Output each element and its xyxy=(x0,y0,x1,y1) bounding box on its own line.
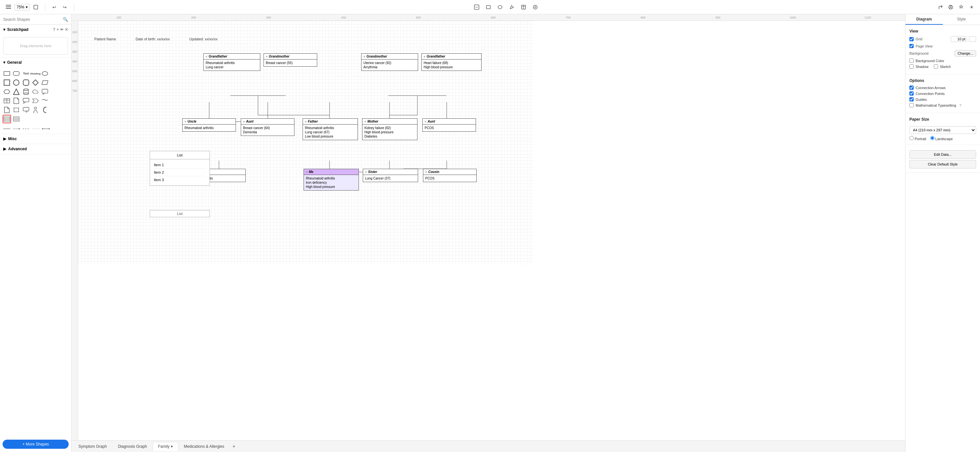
list-preview[interactable]: List Item 1 Item 2 Item 3 xyxy=(150,151,210,186)
connection-points-checkbox[interactable] xyxy=(909,91,914,95)
settings-button[interactable] xyxy=(956,3,966,12)
scratchpad-close-icon[interactable]: ✕ xyxy=(65,27,68,32)
scratchpad-header[interactable]: ▾ Scratchpad ? + ✏ ✕ xyxy=(0,25,71,35)
landscape-option[interactable]: Landscape xyxy=(930,136,953,141)
advanced-header[interactable]: ▶ Advanced xyxy=(0,144,71,154)
clear-default-button[interactable]: Clear Default Style xyxy=(909,160,976,168)
shape-ellipse[interactable] xyxy=(41,69,49,78)
tab-symptom-graph[interactable]: Symptom Graph xyxy=(73,442,112,451)
node-aunt2[interactable]: ≡ Aunt PCOS xyxy=(422,118,476,132)
undo-button[interactable]: ↩ xyxy=(50,3,59,12)
portrait-option[interactable]: Portrait xyxy=(909,136,926,141)
scratchpad-edit-icon[interactable]: ✏ xyxy=(60,27,64,32)
node-sister[interactable]: ≡ Sister Lung Cancer (37) xyxy=(363,169,418,182)
shape-parallelogram[interactable] xyxy=(41,78,49,87)
shape-hexagon[interactable] xyxy=(3,87,11,96)
node-mother[interactable]: ≡ Mother Kidney failure (82) High blood … xyxy=(362,118,417,140)
tab-family[interactable]: Family ▾ xyxy=(153,442,178,451)
background-color-checkbox[interactable] xyxy=(909,59,914,63)
avatar-button[interactable] xyxy=(946,3,955,12)
node-grandfather2[interactable]: ≡ Grandfather Heart failure (68) High bl… xyxy=(422,53,482,71)
tab-add-button[interactable]: + xyxy=(230,442,238,451)
shape-text[interactable]: Text xyxy=(22,69,30,78)
shape-circle[interactable] xyxy=(12,78,21,87)
line-dots[interactable] xyxy=(32,127,40,131)
grid-value-input[interactable] xyxy=(951,36,967,42)
shape-doc[interactable] xyxy=(3,106,11,114)
shape-wave[interactable] xyxy=(41,97,49,105)
scratchpad-add-icon[interactable]: + xyxy=(57,27,59,32)
shape-heading[interactable]: Heading xyxy=(31,69,40,78)
select-tool-button[interactable] xyxy=(472,3,481,12)
node-grandmother2[interactable]: ≡ Grandmother Uterine cancer (92) Arryth… xyxy=(361,53,418,71)
misc-header[interactable]: ▶ Misc xyxy=(0,134,71,144)
shape-cylinder[interactable] xyxy=(22,87,30,96)
node-grandmother1[interactable]: ≡ Grandmother Breast cancer (55) xyxy=(264,53,317,67)
shape-list-selected[interactable] xyxy=(3,115,11,123)
line-dash[interactable] xyxy=(22,127,30,131)
portrait-radio[interactable] xyxy=(909,136,914,140)
rectangle-tool-button[interactable] xyxy=(484,3,493,12)
node-me[interactable]: ≡ Me Rheumatoid arthritis Iron deficienc… xyxy=(304,169,359,190)
line-plain[interactable] xyxy=(3,127,11,131)
shape-rectangle[interactable] xyxy=(3,69,11,78)
canvas[interactable]: Patient Name Date of birth: xx/xx/xx Upd… xyxy=(78,21,905,440)
theme-button[interactable]: ☀ xyxy=(967,3,976,12)
sidebar-toggle-button[interactable] xyxy=(4,3,13,12)
table-tool-button[interactable] xyxy=(519,3,528,12)
node-father[interactable]: ≡ Father Rheumatoid arthritis Lung cance… xyxy=(302,118,358,140)
shape-table[interactable] xyxy=(3,97,11,105)
page-layout-button[interactable] xyxy=(31,3,40,12)
line-arrow-both[interactable] xyxy=(41,127,50,131)
node-grandfather1[interactable]: ≡ Grandfather Rheumatoid arthritis Lung … xyxy=(204,53,260,71)
shape-diamond[interactable] xyxy=(31,78,40,87)
panel-tab-style[interactable]: Style xyxy=(943,14,980,25)
paper-size-select[interactable]: A4 (210 mm x 297 mm) Letter (8.5 x 11 in… xyxy=(909,126,976,134)
landscape-radio[interactable] xyxy=(930,136,934,140)
shape-rounded-rect[interactable] xyxy=(12,69,21,78)
more-shapes-button[interactable]: + More Shapes xyxy=(3,439,68,449)
guides-checkbox[interactable] xyxy=(909,97,914,102)
shape-chevron[interactable] xyxy=(31,97,40,105)
scratchpad-help-icon[interactable]: ? xyxy=(53,27,55,32)
shape-note[interactable] xyxy=(12,97,21,105)
shape-callout2[interactable] xyxy=(22,106,30,114)
edit-data-button[interactable]: Edit Data... xyxy=(909,150,976,159)
misc-section: ▶ Misc xyxy=(0,134,71,144)
tab-medications[interactable]: Medications & Allergies xyxy=(178,442,230,451)
shape-callout[interactable] xyxy=(22,97,30,105)
math-help-icon[interactable]: ? xyxy=(959,103,961,107)
shape-triangle[interactable] xyxy=(12,87,21,96)
math-checkbox[interactable] xyxy=(909,103,914,107)
misc-label: Misc xyxy=(8,136,17,141)
ellipse-tool-button[interactable] xyxy=(496,3,504,12)
zoom-selector[interactable]: 75% ▾ xyxy=(14,4,30,10)
shape-process[interactable] xyxy=(12,106,21,114)
tab-diagnosis-graph[interactable]: Diagnosis Graph xyxy=(112,442,152,451)
sketch-checkbox[interactable] xyxy=(934,64,938,68)
grid-color-swatch[interactable] xyxy=(969,36,976,41)
plus-tool-button[interactable] xyxy=(531,3,540,12)
shadow-checkbox[interactable] xyxy=(909,64,914,68)
general-header[interactable]: ▾ General xyxy=(0,57,71,67)
shape-person[interactable] xyxy=(31,106,40,114)
shape-speech-bubble[interactable] xyxy=(41,87,49,96)
node-uncle[interactable]: ≡ Uncle Rheumatoid arthritis xyxy=(182,118,236,132)
page-view-checkbox[interactable] xyxy=(909,44,914,48)
change-button[interactable]: Change... xyxy=(955,50,976,57)
search-input[interactable] xyxy=(3,17,61,22)
connection-arrows-checkbox[interactable] xyxy=(909,86,914,90)
node-aunt1[interactable]: ≡ Aunt Breast cancer (64) Dementia xyxy=(241,118,294,136)
pen-tool-button[interactable] xyxy=(507,3,516,12)
redo-button[interactable]: ↪ xyxy=(60,3,69,12)
share-button[interactable] xyxy=(936,3,945,12)
grid-checkbox[interactable] xyxy=(909,37,914,41)
panel-tab-diagram[interactable]: Diagram xyxy=(905,14,943,25)
shape-cloud[interactable] xyxy=(31,87,40,96)
shape-bracket[interactable] xyxy=(41,106,49,114)
node-cousin2[interactable]: ≡ Cousin PCOS xyxy=(423,169,477,182)
line-dashed-arrow[interactable] xyxy=(12,127,21,131)
shape-square[interactable] xyxy=(3,78,11,87)
shape-list2[interactable] xyxy=(12,115,21,123)
shape-rounded-square[interactable] xyxy=(22,78,30,87)
